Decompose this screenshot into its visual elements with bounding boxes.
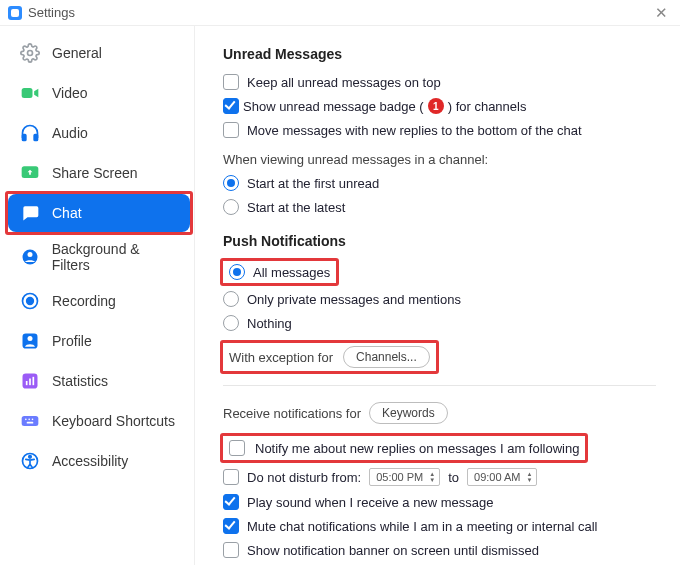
svg-point-18 xyxy=(32,419,34,421)
start-latest-radio[interactable] xyxy=(223,199,239,215)
mute-meeting-label: Mute chat notifications while I am in a … xyxy=(247,519,597,534)
sidebar-item-statistics[interactable]: Statistics xyxy=(8,362,190,400)
sidebar-item-share-screen[interactable]: Share Screen xyxy=(8,154,190,192)
video-icon xyxy=(18,81,42,105)
dnd-checkbox[interactable] xyxy=(223,469,239,485)
dnd-label: Do not disturb from: xyxy=(247,470,361,485)
titlebar: Settings ✕ xyxy=(0,0,680,26)
sidebar-item-general[interactable]: General xyxy=(8,34,190,72)
move-replies-label: Move messages with new replies to the bo… xyxy=(247,123,582,138)
notify-following-label: Notify me about new replies on messages … xyxy=(255,441,579,456)
channels-button[interactable]: Channels... xyxy=(343,346,430,368)
divider xyxy=(223,385,656,386)
statistics-icon xyxy=(18,369,42,393)
push-private-label: Only private messages and mentions xyxy=(247,292,461,307)
sidebar-item-label: General xyxy=(52,45,102,61)
svg-point-16 xyxy=(25,419,27,421)
sidebar-item-label: Audio xyxy=(52,125,88,141)
sidebar-item-profile[interactable]: Profile xyxy=(8,322,190,360)
unread-count-badge: 1 xyxy=(428,98,444,114)
dnd-to-time[interactable]: 09:00 AM ▲▼ xyxy=(467,468,537,486)
mute-meeting-row: Mute chat notifications while I am in a … xyxy=(223,514,656,538)
move-replies-row: Move messages with new replies to the bo… xyxy=(223,118,656,142)
notify-following-checkbox[interactable] xyxy=(229,440,245,456)
play-sound-row: Play sound when I receive a new message xyxy=(223,490,656,514)
push-all-radio[interactable] xyxy=(229,264,245,280)
sidebar-item-recording[interactable]: Recording xyxy=(8,282,190,320)
unread-section-title: Unread Messages xyxy=(223,46,656,62)
mute-meeting-checkbox[interactable] xyxy=(223,518,239,534)
chat-icon xyxy=(18,201,42,225)
viewing-subhead: When viewing unread messages in a channe… xyxy=(223,152,656,167)
spinner-icon: ▲▼ xyxy=(527,471,533,483)
receive-row: Receive notifications for Keywords xyxy=(223,398,656,428)
push-all-row: All messages xyxy=(223,257,656,287)
push-section-title: Push Notifications xyxy=(223,233,656,249)
sidebar-item-label: Share Screen xyxy=(52,165,138,181)
move-replies-checkbox[interactable] xyxy=(223,122,239,138)
dnd-to-value: 09:00 AM xyxy=(474,471,520,483)
svg-rect-3 xyxy=(34,135,37,141)
push-nothing-row: Nothing xyxy=(223,311,656,335)
show-badge-suffix: ) for channels xyxy=(448,99,527,114)
push-private-row: Only private messages and mentions xyxy=(223,287,656,311)
sidebar-item-label: Chat xyxy=(52,205,82,221)
keep-unread-row: Keep all unread messages on top xyxy=(223,70,656,94)
sidebar-item-label: Recording xyxy=(52,293,116,309)
show-banner-checkbox[interactable] xyxy=(223,542,239,558)
show-badge-prefix: Show unread message badge ( xyxy=(243,99,424,114)
receive-label: Receive notifications for xyxy=(223,406,361,421)
sidebar-item-label: Profile xyxy=(52,333,92,349)
sidebar: General Video Audio Share Screen xyxy=(0,26,195,565)
show-banner-row: Show notification banner on screen until… xyxy=(223,538,656,562)
start-first-row: Start at the first unread xyxy=(223,171,656,195)
background-icon xyxy=(18,245,42,269)
push-all-label: All messages xyxy=(253,265,330,280)
keep-unread-checkbox[interactable] xyxy=(223,74,239,90)
keep-unread-label: Keep all unread messages on top xyxy=(247,75,441,90)
keyboard-icon xyxy=(18,409,42,433)
svg-point-0 xyxy=(28,51,33,56)
close-icon[interactable]: ✕ xyxy=(651,4,672,22)
play-sound-checkbox[interactable] xyxy=(223,494,239,510)
push-private-radio[interactable] xyxy=(223,291,239,307)
svg-rect-2 xyxy=(23,135,26,141)
sidebar-item-label: Background & Filters xyxy=(52,241,180,273)
show-badge-row: Show unread message badge ( 1 ) for chan… xyxy=(223,94,656,118)
sidebar-item-label: Statistics xyxy=(52,373,108,389)
start-latest-label: Start at the latest xyxy=(247,200,345,215)
share-screen-icon xyxy=(18,161,42,185)
gear-icon xyxy=(18,41,42,65)
svg-point-21 xyxy=(29,456,32,459)
start-first-radio[interactable] xyxy=(223,175,239,191)
notify-following-row: Notify me about new replies on messages … xyxy=(223,432,656,464)
svg-rect-19 xyxy=(27,422,34,424)
record-icon xyxy=(18,289,42,313)
svg-rect-13 xyxy=(29,379,31,386)
sidebar-item-label: Video xyxy=(52,85,88,101)
push-nothing-radio[interactable] xyxy=(223,315,239,331)
sidebar-item-chat[interactable]: Chat xyxy=(8,194,190,232)
headphones-icon xyxy=(18,121,42,145)
sidebar-item-keyboard-shortcuts[interactable]: Keyboard Shortcuts xyxy=(8,402,190,440)
keywords-button[interactable]: Keywords xyxy=(369,402,448,424)
sidebar-item-audio[interactable]: Audio xyxy=(8,114,190,152)
window-title: Settings xyxy=(28,5,75,20)
sidebar-item-accessibility[interactable]: Accessibility xyxy=(8,442,190,480)
svg-rect-1 xyxy=(22,88,33,98)
sidebar-item-video[interactable]: Video xyxy=(8,74,190,112)
play-sound-label: Play sound when I receive a new message xyxy=(247,495,493,510)
settings-chat-panel: Unread Messages Keep all unread messages… xyxy=(195,26,680,565)
dnd-from-time[interactable]: 05:00 PM ▲▼ xyxy=(369,468,440,486)
exception-row: With exception for Channels... xyxy=(223,339,656,375)
exception-label: With exception for xyxy=(229,350,333,365)
svg-point-8 xyxy=(27,298,34,305)
svg-rect-12 xyxy=(26,381,28,385)
sidebar-item-label: Accessibility xyxy=(52,453,128,469)
profile-icon xyxy=(18,329,42,353)
start-first-label: Start at the first unread xyxy=(247,176,379,191)
svg-rect-14 xyxy=(33,377,35,385)
sidebar-item-background-filters[interactable]: Background & Filters xyxy=(8,234,190,280)
show-badge-checkbox[interactable] xyxy=(223,98,239,114)
svg-point-6 xyxy=(27,252,32,257)
